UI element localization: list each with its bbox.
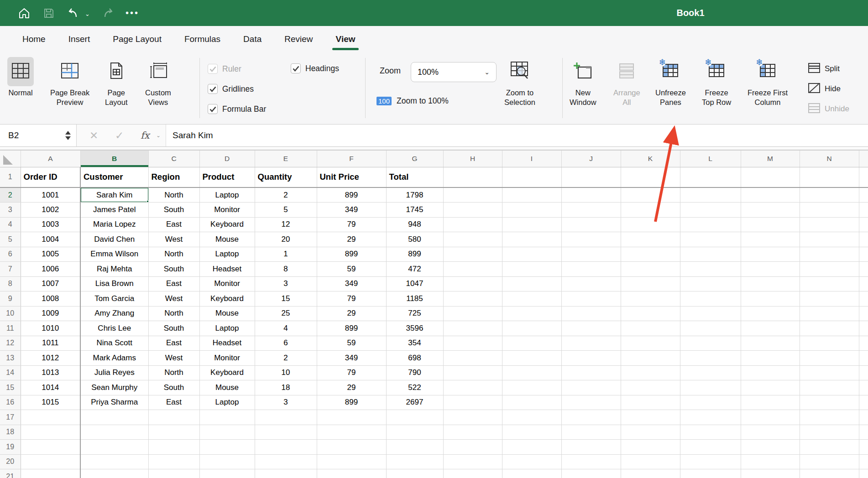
cell-B14[interactable]: Julia Reyes — [80, 365, 148, 380]
cell-I10[interactable] — [502, 306, 561, 321]
cell-J10[interactable] — [561, 306, 621, 321]
cell-G17[interactable] — [386, 410, 443, 425]
cell-B12[interactable]: Nina Scott — [80, 336, 148, 351]
cell-E2[interactable]: 2 — [255, 187, 317, 203]
cell-B15[interactable]: Sean Murphy — [80, 380, 148, 395]
cell-E9[interactable]: 15 — [255, 291, 317, 307]
cell-F8[interactable]: 349 — [317, 276, 386, 291]
cell-I5[interactable] — [502, 232, 561, 247]
row-header-20[interactable]: 20 — [0, 454, 21, 469]
cell-K20[interactable] — [621, 454, 680, 469]
gridlines-checkbox[interactable]: Gridlines — [208, 84, 254, 94]
name-box[interactable]: B2 — [0, 125, 77, 146]
row-header-2[interactable]: 2 — [0, 187, 21, 203]
cell-B13[interactable]: Mark Adams — [80, 351, 148, 366]
cell-N12[interactable] — [800, 336, 859, 351]
cell-A15[interactable]: 1014 — [21, 380, 80, 395]
cell-J11[interactable] — [561, 321, 621, 336]
cell-J1[interactable] — [561, 167, 621, 187]
cell-C2[interactable]: North — [148, 187, 199, 203]
cell-F12[interactable]: 59 — [317, 336, 386, 351]
cell-C10[interactable]: North — [148, 306, 199, 321]
cell-E14[interactable]: 10 — [255, 365, 317, 380]
cell-D17[interactable] — [199, 410, 255, 425]
cell-M15[interactable] — [741, 380, 800, 395]
row-header-5[interactable]: 5 — [0, 232, 21, 247]
cell-K8[interactable] — [621, 276, 680, 291]
cell-D8[interactable]: Monitor — [199, 276, 255, 291]
cell-H18[interactable] — [443, 425, 502, 440]
cell-I9[interactable] — [502, 291, 561, 307]
custom-views-button[interactable]: Custom Views — [145, 57, 171, 107]
cell-K11[interactable] — [621, 321, 680, 336]
cell-L3[interactable] — [680, 203, 741, 218]
cell-L4[interactable] — [680, 217, 741, 232]
cell-A17[interactable] — [21, 410, 80, 425]
cell-J16[interactable] — [561, 395, 621, 410]
cell-K10[interactable] — [621, 306, 680, 321]
cell-M2[interactable] — [741, 187, 800, 203]
cell-N6[interactable] — [800, 247, 859, 262]
cell-J14[interactable] — [561, 365, 621, 380]
cell-H7[interactable] — [443, 262, 502, 277]
cell-H13[interactable] — [443, 351, 502, 366]
cell-K4[interactable] — [621, 217, 680, 232]
cell-M3[interactable] — [741, 203, 800, 218]
ruler-checkbox[interactable]: Ruler — [208, 64, 241, 74]
cell-F4[interactable]: 79 — [317, 217, 386, 232]
cell-L12[interactable] — [680, 336, 741, 351]
cell-N17[interactable] — [800, 410, 859, 425]
cell-M21[interactable] — [741, 469, 800, 478]
col-header-F[interactable]: F — [317, 151, 386, 167]
row-header-9[interactable]: 9 — [0, 291, 21, 307]
row-header-14[interactable]: 14 — [0, 365, 21, 380]
col-header-C[interactable]: C — [148, 151, 199, 167]
cell-G15[interactable]: 522 — [386, 380, 443, 395]
cell-L1[interactable] — [680, 167, 741, 187]
tab-view[interactable]: View — [324, 26, 367, 52]
cell-H8[interactable] — [443, 276, 502, 291]
cell-I7[interactable] — [502, 262, 561, 277]
cell-L2[interactable] — [680, 187, 741, 203]
cell-D7[interactable]: Headset — [199, 262, 255, 277]
cell-M13[interactable] — [741, 351, 800, 366]
tab-data[interactable]: Data — [232, 26, 273, 52]
cell-C13[interactable]: West — [148, 351, 199, 366]
cell-M18[interactable] — [741, 425, 800, 440]
cell-I18[interactable] — [502, 425, 561, 440]
cell-A19[interactable] — [21, 440, 80, 455]
cell-N20[interactable] — [800, 454, 859, 469]
cell-N2[interactable] — [800, 187, 859, 203]
cell-B11[interactable]: Chris Lee — [80, 321, 148, 336]
cell-B9[interactable]: Tom Garcia — [80, 291, 148, 307]
cell-A3[interactable]: 1002 — [21, 203, 80, 218]
cell-F14[interactable]: 79 — [317, 365, 386, 380]
cell-D1[interactable]: Product — [199, 167, 255, 187]
cell-A21[interactable] — [21, 469, 80, 478]
cell-A6[interactable]: 1005 — [21, 247, 80, 262]
undo-icon[interactable] — [67, 6, 80, 20]
cell-A4[interactable]: 1003 — [21, 217, 80, 232]
cell-M5[interactable] — [741, 232, 800, 247]
cancel-icon[interactable]: ✕ — [89, 125, 98, 146]
cell-M6[interactable] — [741, 247, 800, 262]
cell-C14[interactable]: North — [148, 365, 199, 380]
cell-E20[interactable] — [255, 454, 317, 469]
cell-A10[interactable]: 1009 — [21, 306, 80, 321]
cell-C4[interactable]: East — [148, 217, 199, 232]
cell-M7[interactable] — [741, 262, 800, 277]
cell-M17[interactable] — [741, 410, 800, 425]
zoom-to-selection-button[interactable]: Zoom to Selection — [504, 57, 535, 107]
cell-A14[interactable]: 1013 — [21, 365, 80, 380]
cell-B21[interactable] — [80, 469, 148, 478]
cell-E7[interactable]: 8 — [255, 262, 317, 277]
col-header-I[interactable]: I — [502, 151, 561, 167]
cell-B10[interactable]: Amy Zhang — [80, 306, 148, 321]
cell-F19[interactable] — [317, 440, 386, 455]
cell-J12[interactable] — [561, 336, 621, 351]
cell-D21[interactable] — [199, 469, 255, 478]
cell-F6[interactable]: 899 — [317, 247, 386, 262]
cell-E1[interactable]: Quantity — [255, 167, 317, 187]
col-header-G[interactable]: G — [386, 151, 443, 167]
fx-chevron-icon[interactable]: ⌄ — [156, 125, 161, 146]
